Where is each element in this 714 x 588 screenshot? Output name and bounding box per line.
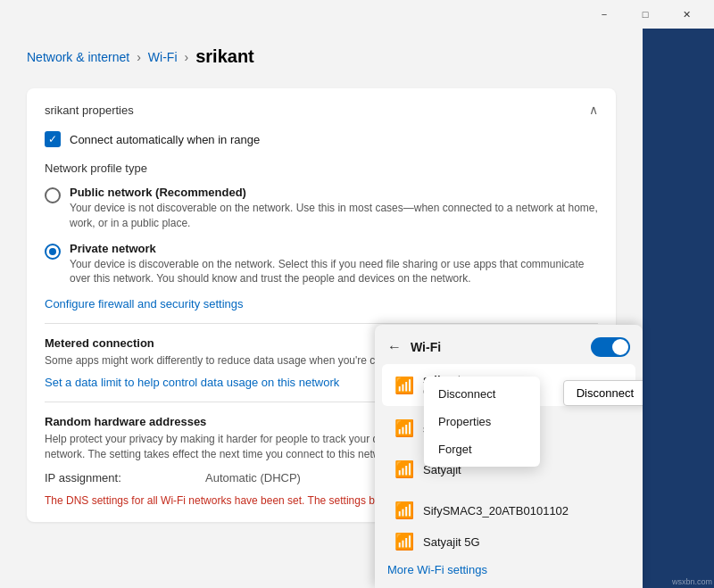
wifi-icon-sri: 📶: [394, 418, 414, 438]
network-item-satyajit5g[interactable]: 📶 Satyajit 5G: [382, 533, 635, 551]
wifi-icon-satyajit5g: 📶: [394, 533, 414, 551]
breadcrumb-sep1: ›: [137, 50, 141, 64]
breadcrumb-network[interactable]: Network & internet: [27, 50, 129, 64]
maximize-button[interactable]: □: [625, 0, 666, 29]
breadcrumb-wifi[interactable]: Wi-Fi: [148, 50, 178, 64]
ip-value: Automatic (DHCP): [205, 471, 301, 484]
flyout-header: ← Wi-Fi: [375, 325, 643, 364]
close-button[interactable]: ✕: [666, 0, 707, 29]
card-title: srikant properties: [45, 104, 134, 117]
back-button[interactable]: ←: [387, 339, 402, 355]
public-network-radio[interactable]: [45, 187, 61, 203]
private-network-content: Private network Your device is discovera…: [70, 242, 598, 287]
context-disconnect[interactable]: Disconnect: [424, 380, 540, 408]
more-wifi-link[interactable]: More Wi-Fi settings: [387, 563, 487, 576]
breadcrumb-sep2: ›: [185, 50, 189, 64]
network-name-sify: SifySMAC3_20ATB0101102: [423, 504, 569, 518]
profile-type-label: Network profile type: [45, 161, 598, 175]
wifi-toggle[interactable]: [591, 337, 630, 357]
private-network-option: Private network Your device is discovera…: [45, 242, 598, 287]
network-name-satyajit5g: Satyajit 5G: [423, 535, 480, 549]
private-network-title: Private network: [70, 242, 598, 255]
disconnect-confirm-button[interactable]: Disconnect: [563, 380, 643, 406]
flyout-header-left: ← Wi-Fi: [387, 339, 441, 355]
context-properties[interactable]: Properties: [424, 408, 540, 435]
connect-auto-row: ✓ Connect automatically when in range: [45, 131, 598, 147]
flyout-footer: More Wi-Fi settings: [375, 554, 643, 588]
watermark: wsxbn.com: [672, 577, 712, 586]
title-bar: − □ ✕: [0, 0, 714, 29]
connect-auto-checkbox[interactable]: ✓: [45, 131, 61, 147]
public-network-content: Public network (Recommended) Your device…: [70, 186, 598, 231]
public-network-option: Public network (Recommended) Your device…: [45, 186, 598, 231]
ip-label: IP assignment:: [45, 471, 152, 484]
context-forget[interactable]: Forget: [424, 435, 540, 463]
private-network-radio[interactable]: [45, 244, 61, 260]
right-panel: [643, 29, 714, 588]
connected-network-container: 📶 srikant Connected, secured ℹ Disconnec…: [375, 364, 643, 406]
window-controls: − □ ✕: [584, 0, 707, 29]
flyout-title: Wi-Fi: [411, 340, 441, 354]
context-menu: Disconnect Properties Forget Disconnect: [424, 377, 540, 467]
wifi-flyout: ← Wi-Fi 📶 srikant Connected, secured ℹ D…: [375, 325, 643, 588]
public-network-desc: Your device is not discoverable on the n…: [70, 201, 598, 231]
card-header: srikant properties ∧: [45, 103, 598, 117]
firewall-link[interactable]: Configure firewall and security settings: [45, 297, 598, 311]
private-network-desc: Your device is discoverable on the netwo…: [70, 257, 598, 287]
checkmark-icon: ✓: [48, 133, 57, 145]
minimize-button[interactable]: −: [584, 0, 625, 29]
public-network-title: Public network (Recommended): [70, 186, 598, 199]
collapse-button[interactable]: ∧: [589, 103, 598, 117]
network-item-sify[interactable]: 📶 SifySMAC3_20ATB0101102: [382, 492, 635, 529]
breadcrumb-current: srikant: [195, 46, 254, 67]
wifi-icon-sify: 📶: [394, 501, 414, 520]
wifi-signal-icon: 📶: [394, 376, 414, 395]
breadcrumb: Network & internet › Wi-Fi › srikant: [27, 46, 616, 67]
connect-auto-label: Connect automatically when in range: [70, 133, 260, 146]
wifi-icon-satyajit: 📶: [394, 460, 414, 479]
